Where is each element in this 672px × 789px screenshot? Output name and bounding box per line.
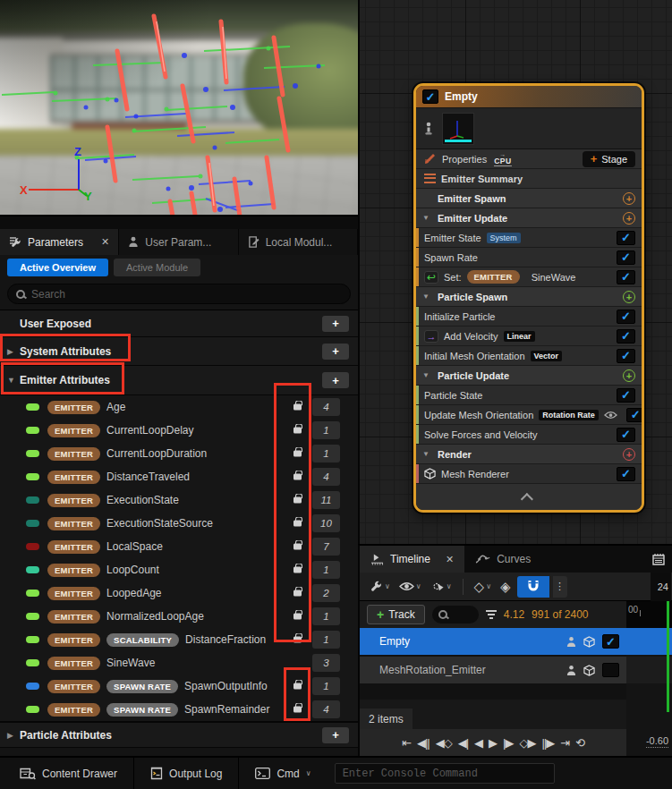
add-module-button[interactable]: +	[623, 192, 635, 205]
module-enabled-checkbox[interactable]: ✓	[617, 231, 635, 245]
track-range-bar[interactable]	[626, 628, 672, 655]
add-stage-button[interactable]: + Stage	[583, 151, 635, 167]
add-module-button[interactable]: +	[623, 369, 635, 382]
parameter-row[interactable]: EMITTERAge4	[0, 395, 358, 419]
step-forward-button[interactable]: |▶	[503, 737, 513, 749]
tab-parameters[interactable]: Parameters ✕	[0, 229, 119, 255]
system-overview-graph[interactable]: ✓ Empty	[358, 0, 672, 544]
reference-count[interactable]: 1	[312, 421, 340, 439]
add-parameter-button[interactable]: +	[322, 316, 349, 332]
reference-count[interactable]: 10	[312, 514, 340, 532]
parameter-search[interactable]	[7, 284, 351, 304]
module-enabled-checkbox[interactable]: ✓	[617, 270, 635, 284]
add-module-button[interactable]: +	[623, 291, 635, 303]
collapse-node-button[interactable]	[416, 484, 642, 510]
emitter-enabled-checkbox[interactable]: ✓	[422, 89, 438, 104]
parameter-row[interactable]: EMITTERExecutionState11	[0, 488, 358, 512]
add-parameter-button[interactable]: +	[322, 727, 349, 743]
tab-timeline[interactable]: Timeline ✕	[360, 546, 464, 573]
current-time-value[interactable]: 4.12	[504, 608, 524, 621]
parameter-row[interactable]: EMITTERCurrentLoopDuration1	[0, 442, 358, 465]
module-enabled-checkbox[interactable]: ✓	[617, 388, 635, 403]
module-row-add-velocity[interactable]: →Add VelocityLinear✓	[416, 327, 642, 346]
active-overview-button[interactable]: Active Overview	[7, 259, 108, 276]
jump-to-front-button[interactable]: ◀||	[417, 737, 430, 749]
stage-group-particle-spawn[interactable]: ▼Particle Spawn+	[416, 287, 642, 307]
add-module-button[interactable]: +	[623, 448, 635, 461]
parameter-row[interactable]: EMITTERDistanceTraveled4	[0, 465, 358, 488]
reference-count[interactable]: 1	[312, 561, 340, 579]
cmd-selector-button[interactable]: Cmd ∨	[242, 758, 323, 789]
frame-rate-display[interactable]: 24	[651, 573, 671, 601]
add-parameter-button[interactable]: +	[322, 344, 349, 360]
module-enabled-checkbox[interactable]: ✓	[617, 250, 635, 265]
tab-user-parameters[interactable]: User Param...	[119, 229, 238, 255]
module-enabled-checkbox[interactable]: ✓	[617, 467, 635, 481]
loop-mode-button[interactable]: ⟲	[575, 737, 584, 749]
track-enabled-checkbox[interactable]	[602, 663, 619, 677]
module-row-emitter-state[interactable]: Emitter StateSystem✓	[416, 228, 642, 248]
parameter-row[interactable]: EMITTERLoopedAge2	[0, 581, 358, 605]
reference-count[interactable]: 4	[312, 468, 340, 486]
jump-to-end-button[interactable]: ||▶	[541, 737, 554, 749]
module-row-spawn-rate[interactable]: Spawn Rate✓	[416, 248, 642, 267]
module-enabled-checkbox[interactable]: ✓	[626, 408, 644, 422]
module-enabled-checkbox[interactable]: ✓	[617, 428, 635, 442]
parameter-row[interactable]: EMITTERSPAWN RATESpawnRemainder4	[0, 698, 358, 721]
section-particle-attributes[interactable]: ▶ Particle Attributes +	[0, 721, 358, 748]
properties-row[interactable]: Properties →CPU + Stage	[416, 149, 642, 169]
set-playback-start-button[interactable]: ⇤	[402, 737, 411, 749]
parameter-row[interactable]: EMITTERSCALABILITYDistanceFraction1	[0, 628, 358, 651]
console-command-input[interactable]	[343, 768, 547, 780]
reference-count[interactable]: 1	[312, 445, 340, 462]
snapping-options-dots[interactable]: ⋮	[553, 576, 567, 598]
track-range-bar[interactable]	[626, 657, 672, 683]
track-row-empty[interactable]: Empty✓	[360, 628, 626, 655]
add-track-button[interactable]: + Track	[367, 605, 425, 624]
tab-curves[interactable]: Curves	[464, 546, 541, 573]
chevron-down-icon[interactable]: ▼	[422, 214, 432, 222]
playback-options-dropdown[interactable]: ∨	[428, 580, 455, 593]
reference-count[interactable]: 4	[312, 700, 340, 718]
section-system-attributes[interactable]: ▶ System Attributes +	[0, 337, 358, 366]
close-tab-icon[interactable]: ✕	[446, 554, 454, 565]
module-enabled-checkbox[interactable]: ✓	[617, 349, 635, 363]
settings-wrench-dropdown[interactable]: ∨	[367, 580, 393, 593]
chevron-down-icon[interactable]: ▼	[422, 450, 432, 458]
add-parameter-button[interactable]: +	[322, 372, 349, 388]
content-drawer-button[interactable]: Content Drawer	[7, 758, 130, 789]
reference-count[interactable]: 3	[312, 654, 340, 672]
reference-count[interactable]: 2	[312, 584, 340, 602]
reference-count[interactable]: 7	[312, 538, 340, 556]
module-row-initialize-particle[interactable]: Initialize Particle✓	[416, 307, 642, 327]
active-module-button[interactable]: Active Module	[114, 259, 200, 276]
module-enabled-checkbox[interactable]: ✓	[617, 310, 635, 324]
tab-local-modules[interactable]: Local Modul...	[239, 229, 358, 255]
emitter-node-header[interactable]: ✓ Empty	[416, 86, 642, 108]
section-emitter-attributes[interactable]: ▼ Emitter Attributes +	[0, 366, 358, 395]
play-reverse-button[interactable]: ◀	[474, 737, 482, 749]
stage-group-render[interactable]: ▼Render+	[416, 445, 642, 464]
parameter-row[interactable]: EMITTERNormalizedLoopAge1	[0, 605, 358, 628]
module-row-update-mesh-orientation[interactable]: Update Mesh OrientationRotation Rate✓	[416, 405, 642, 425]
step-back-button[interactable]: ◀|	[458, 737, 468, 749]
next-keyframe-button[interactable]: ◇▶	[519, 737, 535, 749]
emitter-node-empty[interactable]: ✓ Empty	[413, 83, 644, 513]
search-input[interactable]	[31, 288, 342, 301]
reference-count[interactable]: 1	[312, 607, 340, 625]
keyframe-options-dropdown[interactable]: ◇ ∨	[472, 579, 494, 595]
close-tab-icon[interactable]: ✕	[101, 236, 109, 248]
reference-count[interactable]: 1	[312, 677, 340, 695]
collapse-arrow-icon[interactable]: ▶	[7, 731, 20, 740]
add-module-button[interactable]: +	[623, 212, 635, 225]
reference-count[interactable]: 11	[312, 491, 340, 509]
parameter-row[interactable]: EMITTERLocalSpace7	[0, 535, 358, 558]
chevron-down-icon[interactable]: ▼	[422, 293, 432, 301]
chevron-down-icon[interactable]: ▼	[422, 371, 432, 379]
timeline-ruler[interactable]: 00	[626, 601, 672, 628]
module-row-solve-forces-and-velocity[interactable]: Solve Forces and Velocity✓	[416, 425, 642, 445]
parameter-row[interactable]: EMITTERSineWave3	[0, 651, 358, 674]
set-playback-end-button[interactable]: ⇥	[560, 737, 569, 749]
play-forward-button[interactable]: ▶	[489, 737, 497, 749]
module-row-set[interactable]: ↩Set:EMITTERSineWave✓	[416, 267, 642, 287]
